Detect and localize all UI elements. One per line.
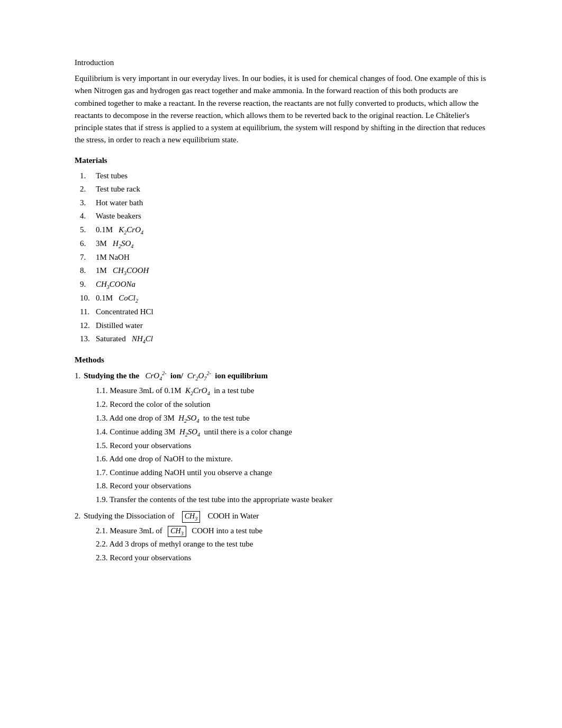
page-container: Introduction Equilibrium is very importa… [75, 0, 487, 616]
list-item: 2.Test tube rack [75, 183, 487, 196]
list-item: 1.9. Transfer the contents of the test t… [96, 493, 487, 507]
list-item: 1.4. Continue adding 3M H2SO4 until ther… [96, 425, 487, 439]
list-item: 1.3. Add one drop of 3M H2SO4 to the tes… [96, 412, 487, 425]
list-item: 1.1. Measure 3mL of 0.1M K2CrO4 in a tes… [96, 384, 487, 398]
list-item: 13.Saturated NH4Cl [75, 332, 487, 346]
list-item: 5.0.1M K2CrO4 [75, 223, 487, 237]
list-item: 1.5. Record your observations [96, 439, 487, 453]
list-item: 1.2. Record the color of the solution [96, 398, 487, 412]
list-item: 1.8. Record your observations [96, 479, 487, 493]
methods-heading: Methods [75, 356, 487, 365]
list-item: 10.0.1M CoCl2 [75, 292, 487, 305]
list-item: 3.Hot water bath [75, 196, 487, 210]
list-item: 11.Concentrated HCl [75, 305, 487, 319]
method-item-1: 1. Studying the the CrO42- ion/ Cr2O72- … [75, 369, 487, 506]
method-1-steps: 1.1. Measure 3mL of 0.1M K2CrO4 in a tes… [96, 384, 487, 506]
list-item: 8.1M CH3COOH [75, 264, 487, 278]
list-item: 2.3. Record your observations [96, 551, 487, 565]
list-item: 1.Test tubes [75, 169, 487, 183]
intro-heading: Introduction [75, 58, 487, 67]
list-item: 1.6. Add one drop of NaOH to the mixture… [96, 452, 487, 466]
list-item: 6.3M H2SO4 [75, 237, 487, 251]
methods-list: 1. Studying the the CrO42- ion/ Cr2O72- … [75, 369, 487, 565]
method-1-header: 1. Studying the the CrO42- ion/ Cr2O72- … [75, 369, 487, 383]
method-2-steps: 2.1. Measure 3mL of CH3 COOH into a test… [96, 524, 487, 565]
list-item: 4.Waste beakers [75, 210, 487, 223]
intro-paragraph: Equilibrium is very important in our eve… [75, 72, 487, 147]
materials-list: 1.Test tubes 2.Test tube rack 3.Hot wate… [75, 169, 487, 347]
method-item-2: 2. Studying the Dissociation of CH3 COOH… [75, 509, 487, 565]
list-item: 1.7. Continue adding NaOH until you obse… [96, 466, 487, 480]
list-item: 2.2. Add 3 drops of methyl orange to the… [96, 538, 487, 551]
list-item: 7.1M NaOH [75, 251, 487, 265]
list-item: 2.1. Measure 3mL of CH3 COOH into a test… [96, 524, 487, 538]
list-item: 9.CH3COONa [75, 278, 487, 292]
materials-heading: Materials [75, 156, 487, 165]
materials-section: Materials 1.Test tubes 2.Test tube rack … [75, 156, 487, 347]
list-item: 12.Distilled water [75, 319, 487, 333]
methods-section: Methods 1. Studying the the CrO42- ion/ … [75, 356, 487, 565]
method-2-header: 2. Studying the Dissociation of CH3 COOH… [75, 509, 487, 523]
